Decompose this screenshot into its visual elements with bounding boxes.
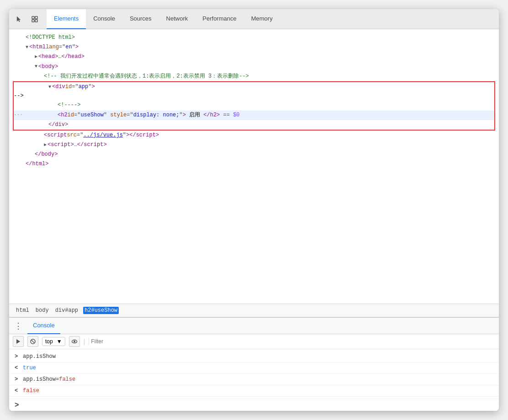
row4-content: false [23, 387, 39, 395]
cursor-icon[interactable] [13, 13, 26, 26]
console-tab-bar: ⋮ Console [9, 318, 499, 334]
tab-memory[interactable]: Memory [244, 9, 280, 29]
script-collapsed-line[interactable]: ► <script> … </script> [9, 140, 499, 150]
breadcrumb-h2useshow[interactable]: h2#useShow [83, 307, 119, 314]
console-row-3: > app.isShow= false [9, 374, 499, 385]
body-close-line: </body> [9, 150, 499, 159]
breadcrumb-bar: html body div#app h2#useShow [9, 304, 499, 317]
html-tag: <html [29, 43, 46, 52]
dollar-zero: $0 [230, 111, 240, 120]
tab-bar: Elements Console Sources Network Perform… [9, 9, 499, 29]
head-triangle[interactable]: ► [35, 53, 37, 61]
console-row-4: < false [9, 385, 499, 397]
more-options-btn[interactable]: ··· [14, 111, 22, 119]
svg-rect-0 [32, 16, 34, 19]
script-src-link[interactable]: ../js/vue.js [83, 131, 122, 140]
console-section: ⋮ Console [9, 317, 499, 411]
tab-elements[interactable]: Elements [47, 9, 86, 29]
console-prompt-row: > [9, 399, 499, 411]
svg-line-6 [32, 340, 34, 343]
top-selector[interactable]: top ▼ [42, 337, 65, 346]
tab-performance[interactable]: Performance [195, 9, 243, 29]
console-menu-button[interactable]: ⋮ [13, 320, 24, 331]
svg-point-8 [74, 341, 75, 342]
toolbar-icons [13, 13, 41, 26]
tab-sources[interactable]: Sources [122, 9, 159, 29]
div-app-line[interactable]: ▼ <div id =" app " > [14, 82, 494, 92]
console-row-2: < true [9, 362, 499, 374]
body-line[interactable]: ▼ <body> [9, 62, 499, 72]
html-lang-val: en [65, 43, 72, 52]
equals-sign: == [223, 111, 230, 120]
svg-rect-1 [35, 16, 37, 19]
html-triangle[interactable]: ▼ [26, 44, 28, 51]
html-open-line[interactable]: ▼ <html lang =" en " > [9, 42, 499, 52]
script-triangle[interactable]: ► [44, 142, 47, 149]
doctype-text: <!DOCTYPE html> [26, 33, 75, 42]
comment-line: <!-- 我们开发过程中通常会遇到状态，1:表示启用，2:表示禁用 3：表示删除… [9, 72, 499, 81]
breadcrumb-body[interactable]: body [34, 307, 50, 314]
devtools-window: Elements Console Sources Network Perform… [9, 9, 499, 411]
prompt-arrow: > [15, 401, 19, 409]
eye-button[interactable] [69, 336, 80, 347]
top-label: top [45, 338, 53, 345]
console-toolbar: top ▼ | [9, 334, 499, 349]
elements-panel: <!DOCTYPE html> ▼ <html lang =" en " > ►… [9, 29, 499, 411]
run-button[interactable] [13, 336, 24, 347]
row3-content-part1: app.isShow= [23, 375, 59, 383]
svg-marker-4 [16, 339, 20, 344]
tab-console[interactable]: Console [86, 9, 122, 29]
head-line[interactable]: ► <head> … </head> [9, 52, 499, 62]
html-attr-lang: lang [46, 43, 59, 52]
row3-prefix: > [15, 375, 21, 383]
tab-network[interactable]: Network [159, 9, 196, 29]
row1-prefix: > [15, 352, 21, 361]
breadcrumb-html[interactable]: html [15, 307, 31, 314]
row2-prefix: < [15, 364, 21, 372]
comment-text: <!-- 我们开发过程中通常会遇到状态，1:表示启用，2:表示禁用 3：表示删除… [44, 72, 249, 81]
console-row-1: > app.isShow [9, 351, 499, 362]
breadcrumb-divapp[interactable]: div#app [54, 307, 79, 314]
clear-button[interactable] [27, 336, 38, 347]
selected-element-group: ▼ <div id =" app " > --> <!----> ··· [13, 81, 495, 131]
row1-content: app.isShow [23, 352, 56, 361]
console-prompt-input[interactable] [22, 402, 493, 408]
script-src-line: <script src =" ../js/vue.js " ></script> [9, 131, 499, 140]
html-close-line: </html> [9, 159, 499, 169]
empty-comment-line: <!----> [14, 100, 494, 110]
h2-line[interactable]: ··· <h2 id =" useShow " style =" display… [14, 110, 494, 120]
html-tree: <!DOCTYPE html> ▼ <html lang =" en " > ►… [9, 29, 499, 304]
div-close-line: </div> [14, 120, 494, 130]
div-app-triangle[interactable]: ▼ [48, 84, 51, 91]
filter-divider: | [84, 338, 85, 345]
inspect-icon[interactable] [28, 13, 41, 26]
top-dropdown-arrow: ▼ [57, 338, 62, 345]
console-output: > app.isShow < true > app.isShow= false … [9, 349, 499, 399]
body-triangle[interactable]: ▼ [35, 63, 37, 70]
row2-content: true [23, 364, 36, 372]
doctype-line: <!DOCTYPE html> [9, 33, 499, 42]
row3-content-part2: false [59, 375, 75, 383]
svg-rect-2 [32, 20, 34, 22]
console-tab[interactable]: Console [27, 318, 60, 334]
filter-input[interactable] [89, 337, 495, 346]
row4-prefix: < [15, 387, 21, 395]
svg-rect-3 [35, 20, 37, 22]
